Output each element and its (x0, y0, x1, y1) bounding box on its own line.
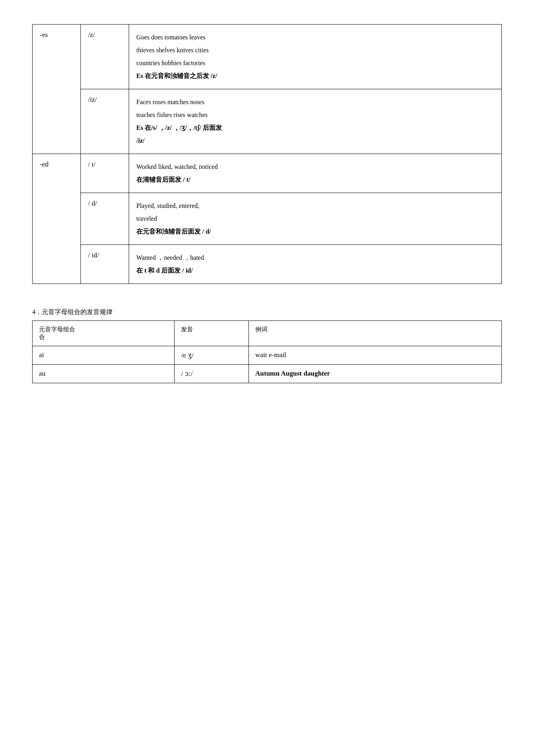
table-row-ed-t: -ed / t/ Worked liked, watched, noticed … (33, 154, 502, 193)
example-iz-2: teaches fishes rises watches (136, 109, 494, 121)
example-d-2: traveled (136, 212, 494, 225)
table-row-es-z: -es /z/ Goes does tomatoes leaves thieve… (33, 25, 502, 89)
examples-au: Autumn August daughter (249, 365, 501, 383)
example-line-1: Goes does tomatoes leaves (136, 31, 494, 44)
note-ed-d: 在元音和浊辅音后面发 / d/ (136, 225, 494, 238)
example-line-3: countries hobbies factories (136, 57, 494, 70)
example-line-2: thieves shelves knives cities (136, 44, 494, 57)
examples-ed-t: Worked liked, watched, noticed 在清辅音后面发 /… (129, 154, 502, 193)
header-phonetic: 发音 (175, 321, 249, 346)
vowel-row-ai: ai /e ʒ/ wait e-mail (33, 346, 502, 365)
combo-au: au (33, 365, 175, 383)
example-iz-1: Faces roses matches noses (136, 96, 494, 109)
table-row-ed-d: / d/ Played, studied, entered, traveled … (33, 193, 502, 245)
examples-ed-id: Wanted ，needed ，hated 在 t 和 d 后面发 / id/ (129, 245, 502, 284)
table-row-es-iz: /iz/ Faces roses matches noses teaches f… (33, 89, 502, 154)
vowel-table-header: 元音字母组合 合 发音 例词 (33, 321, 502, 346)
section-4-title: 4．元音字母组合的发音规律 (32, 308, 502, 316)
phonetic-z: /z/ (81, 25, 129, 89)
examples-ai: wait e-mail (249, 346, 501, 365)
phonetic-t: / t/ (81, 154, 129, 193)
note-ed-id: 在 t 和 d 后面发 / id/ (136, 264, 494, 277)
phonetic-d: / d/ (81, 193, 129, 245)
combo-ai: ai (33, 346, 175, 365)
examples-ed-d: Played, studied, entered, traveled 在元音和浊… (129, 193, 502, 245)
main-pronunciation-table: -es /z/ Goes does tomatoes leaves thieve… (32, 24, 502, 284)
vowel-row-au: au / ɔː/ Autumn August daughter (33, 365, 502, 383)
header-examples: 例词 (249, 321, 501, 346)
example-d-1: Played, studied, entered, (136, 199, 494, 212)
note-es-iz-2: /iz/ (136, 134, 494, 147)
phonetic-id: / id/ (81, 245, 129, 284)
note-ed-t: 在清辅音后面发 / t/ (136, 173, 494, 186)
phonetic-iz: /iz/ (81, 89, 129, 154)
note-es-iz: Es 在/s/ ，/z/ ，/ʒ/，/tʃ/ 后面发 (136, 121, 494, 134)
examples-es-z: Goes does tomatoes leaves thieves shelve… (129, 25, 502, 89)
table-row-ed-id: / id/ Wanted ，needed ，hated 在 t 和 d 后面发 … (33, 245, 502, 284)
suffix-ed: -ed (33, 154, 81, 284)
section-number: 4．元音字母组合的发音规律 (32, 308, 113, 315)
example-t-1: Worked liked, watched, noticed (136, 160, 494, 173)
example-id-1: Wanted ，needed ，hated (136, 251, 494, 264)
phonetic-au: / ɔː/ (175, 365, 249, 383)
note-es-z: Es 在元音和浊辅音之后发 /z/ (136, 70, 494, 82)
examples-es-iz: Faces roses matches noses teaches fishes… (129, 89, 502, 154)
header-combo: 元音字母组合 合 (33, 321, 175, 346)
phonetic-ai: /e ʒ/ (175, 346, 249, 365)
vowel-combination-table: 元音字母组合 合 发音 例词 ai /e ʒ/ wait e-mail au /… (32, 320, 502, 383)
suffix-es: -es (33, 25, 81, 154)
